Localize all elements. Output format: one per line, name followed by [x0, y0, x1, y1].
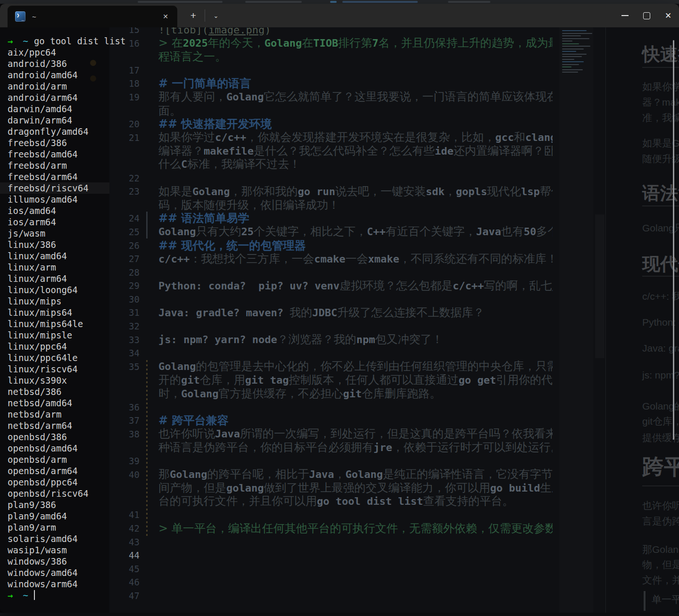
platform-output-line: linux/386: [8, 239, 679, 250]
close-icon: ✕: [665, 11, 671, 21]
platform-output-line: illumos/amd64: [8, 194, 679, 205]
powershell-icon: [15, 11, 25, 22]
platform-output-line: netbsd/386: [8, 386, 679, 397]
tab-dropdown-button[interactable]: ⌄: [209, 9, 223, 22]
platform-output-line: android/arm64: [8, 92, 679, 103]
tab-close-icon[interactable]: ✕: [159, 10, 172, 23]
platform-output-line: linux/loong64: [8, 284, 679, 296]
platform-output-line: plan9/amd64: [8, 510, 679, 522]
platform-output-line: openbsd/riscv64: [8, 488, 679, 499]
platform-output-line: freebsd/386: [8, 137, 679, 148]
platform-output-line: dragonfly/amd64: [8, 126, 679, 137]
terminal-cursor: [34, 590, 35, 600]
terminal-window: ~ ✕ + ⌄ ✕ →~go tool dist listaix/ppc64an…: [0, 4, 679, 613]
platform-output-line: windows/amd64: [8, 567, 679, 578]
tab-bar-separator: [205, 9, 205, 22]
breadcrumb-smudge: [138, 1, 223, 3]
platform-output-line: freebsd/arm64: [8, 171, 679, 182]
breadcrumb-smudge: [245, 1, 302, 3]
background-bottom-strip: [0, 613, 679, 616]
platform-output-line: android/386: [8, 58, 679, 69]
platform-output-line: android/arm: [8, 81, 679, 92]
screen: 15![tiob](image.png)16> 在2025年的今天，Golang…: [0, 0, 679, 616]
window-controls: ✕: [614, 4, 679, 27]
platform-output-line: linux/ppc64: [8, 341, 679, 352]
platform-output-line: linux/ppc64le: [8, 352, 679, 363]
platform-output-line: darwin/arm64: [8, 115, 679, 126]
platform-output-line: openbsd/arm64: [8, 465, 679, 476]
platform-output-line: wasip1/wasm: [8, 544, 679, 556]
platform-output-line: linux/amd64: [8, 250, 679, 262]
platform-output-line: ios/arm64: [8, 216, 679, 228]
maximize-button[interactable]: [636, 4, 657, 27]
terminal-prompt-line: →~go tool dist list: [8, 35, 679, 47]
platform-output-line: windows/386: [8, 556, 679, 567]
prompt-arrow: →: [8, 590, 13, 600]
platform-output-line: android/amd64: [8, 69, 679, 81]
terminal-content[interactable]: →~go tool dist listaix/ppc64android/386a…: [0, 27, 679, 613]
minimize-icon: [621, 15, 629, 16]
maximize-icon: [643, 12, 650, 19]
minimize-button[interactable]: [614, 4, 636, 27]
breadcrumb-smudge: [448, 1, 490, 3]
platform-output-line: openbsd/386: [8, 431, 679, 443]
platform-output-line: linux/mips: [8, 296, 679, 307]
platform-output-line: netbsd/arm64: [8, 420, 679, 431]
terminal-titlebar[interactable]: ~ ✕ + ⌄ ✕: [0, 4, 679, 27]
new-tab-button[interactable]: +: [187, 9, 200, 22]
platform-output-line: js/wasm: [8, 228, 679, 239]
breadcrumb-file-icon: [330, 1, 337, 3]
terminal-tab[interactable]: ~ ✕: [8, 6, 177, 27]
platform-output-line: plan9/386: [8, 499, 679, 510]
platform-output-line: linux/mips64: [8, 307, 679, 318]
breadcrumb-smudge: [342, 1, 418, 3]
platform-output-line: freebsd/riscv64: [0, 182, 109, 194]
platform-output-line: linux/s390x: [8, 375, 679, 386]
prompt-path: ~: [23, 590, 28, 600]
platform-output-line: netbsd/amd64: [8, 397, 679, 409]
platform-output-line: darwin/amd64: [8, 103, 679, 115]
background-editor-breadcrumb-bar: [0, 0, 679, 4]
command-text: go tool dist list: [34, 36, 125, 46]
platform-output-line: plan9/arm: [8, 522, 679, 533]
platform-output-line: linux/arm64: [8, 273, 679, 284]
close-button[interactable]: ✕: [657, 4, 679, 27]
platform-output-line: linux/mipsle: [8, 329, 679, 341]
platform-output-line: openbsd/ppc64: [8, 476, 679, 488]
platform-output-line: freebsd/arm: [8, 160, 679, 171]
platform-output-line: linux/arm: [8, 262, 679, 273]
platform-output-line: freebsd/amd64: [8, 148, 679, 160]
tab-title: ~: [32, 13, 36, 21]
platform-output-line: solaris/amd64: [8, 533, 679, 544]
platform-output-line: linux/mips64le: [8, 318, 679, 329]
prompt-path: ~: [23, 36, 28, 46]
prompt-arrow: →: [8, 36, 13, 46]
platform-output-line: windows/arm64: [8, 578, 679, 590]
platform-output-line: netbsd/arm: [8, 409, 679, 420]
terminal-prompt-line: →~: [8, 590, 679, 601]
platform-output-line: ios/amd64: [8, 205, 679, 216]
platform-output-line: linux/riscv64: [8, 363, 679, 375]
platform-output-line: openbsd/arm: [8, 454, 679, 465]
platform-output-line: aix/ppc64: [8, 47, 679, 58]
platform-output-line: openbsd/amd64: [8, 443, 679, 454]
